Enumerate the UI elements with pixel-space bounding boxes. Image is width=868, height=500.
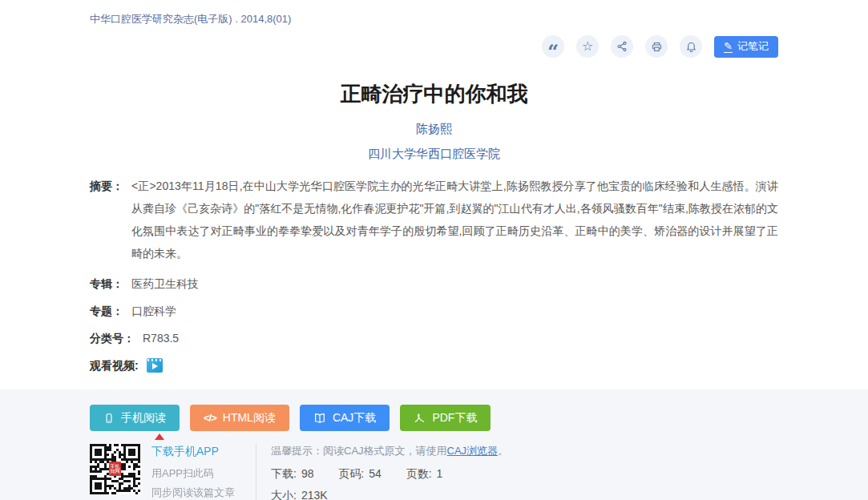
download-buttons: 手机阅读 </> HTML阅读 CAJ下载 PDF下载 [90, 405, 778, 431]
favorite-button[interactable]: ☆ [576, 35, 599, 58]
quote-cite-button[interactable]: “ [542, 35, 564, 58]
classification-value: R783.5 [143, 330, 179, 346]
journal-source-link[interactable]: 中华口腔医学研究杂志(电子版) . 2014,8(01) [90, 12, 778, 26]
html-read-label: HTML阅读 [223, 411, 276, 425]
pdf-download-button[interactable]: PDF下载 [400, 405, 491, 431]
print-button[interactable] [645, 35, 668, 58]
page-count-stat: 页数:1 [406, 467, 443, 480]
star-icon: ☆ [582, 40, 593, 53]
classification-label: 分类号： [90, 330, 135, 346]
app-and-tips-row: 手机 知网 下载手机APP 用APP扫此码 同步阅读该篇文章 温馨提示：阅读CA… [90, 444, 778, 500]
classification-row: 分类号： R783.5 [90, 330, 778, 346]
affiliation-link[interactable]: 四川大学华西口腔医学院 [368, 147, 500, 160]
watch-video-label: 观看视频: [90, 357, 139, 373]
tips-block: 温馨提示：阅读CAJ格式原文，请使用CAJ浏览器。 下载:98 页码:54 页数… [256, 444, 508, 500]
download-app-link[interactable]: 下载手机APP [151, 445, 219, 459]
watch-video-row: 观看视频: [90, 357, 778, 373]
take-notes-button[interactable]: ✎ 记笔记 [714, 36, 778, 58]
share-button[interactable] [611, 35, 633, 58]
html-read-button[interactable]: </> HTML阅读 [190, 405, 289, 431]
caj-viewer-link[interactable]: CAJ浏览器 [447, 445, 499, 457]
page-count-label: 页数: [406, 467, 432, 480]
series-row: 专辑： 医药卫生科技 [90, 276, 778, 292]
file-size-stat: 大小:213K [271, 489, 508, 500]
article-toolbar: “ ☆ ✎ 记笔 [90, 35, 778, 58]
series-label: 专辑： [90, 276, 123, 292]
pencil-icon: ✎ [724, 41, 733, 53]
printer-icon [651, 41, 663, 53]
file-size-label: 大小: [271, 489, 297, 500]
app-hint-line1: 用APP扫此码 [151, 466, 235, 481]
caj-download-button[interactable]: CAJ下载 [300, 405, 390, 431]
affiliation-row: 四川大学华西口腔医学院 [90, 147, 778, 162]
take-notes-label: 记笔记 [737, 39, 769, 54]
topic-row: 专题： 口腔科学 [90, 303, 778, 319]
topic-value: 口腔科学 [131, 303, 176, 319]
caj-tip-line: 温馨提示：阅读CAJ格式原文，请使用CAJ浏览器。 [271, 444, 508, 458]
caj-tip-text: 温馨提示：阅读CAJ格式原文，请使用 [271, 445, 447, 457]
topic-label: 专题： [90, 303, 123, 319]
mobile-read-button[interactable]: 手机阅读 [90, 405, 180, 431]
app-promo-block: 下载手机APP 用APP扫此码 同步阅读该篇文章 [151, 444, 235, 500]
code-icon: </> [204, 412, 216, 424]
abstract-row: 摘要： <正>2013年11月18日,在中山大学光华口腔医学院主办的光华正畸大讲… [90, 175, 778, 264]
download-footer: 手机阅读 </> HTML阅读 CAJ下载 PDF下载 [0, 389, 868, 500]
video-play-icon[interactable] [147, 358, 163, 373]
caj-download-label: CAJ下载 [333, 411, 376, 425]
book-icon [313, 412, 326, 425]
app-hint-line2: 同步阅读该篇文章 [151, 486, 235, 500]
author-row: 陈扬熙 [90, 122, 778, 137]
mobile-read-label: 手机阅读 [121, 411, 166, 425]
qr-seal: 手机 知网 [109, 462, 121, 476]
downloads-stat: 下载:98 [271, 467, 313, 480]
series-value: 医药卫生科技 [131, 276, 199, 292]
share-icon [616, 41, 628, 52]
article-title: 正畸治疗中的你和我 [90, 80, 778, 107]
page-number-stat: 页码:54 [338, 467, 381, 480]
alert-button[interactable] [680, 35, 702, 58]
caj-tip-suffix: 。 [498, 445, 508, 457]
pdf-download-label: PDF下载 [432, 411, 477, 425]
smartphone-icon [103, 413, 115, 424]
downloads-value: 98 [301, 467, 314, 480]
article-content: 中华口腔医学研究杂志(电子版) . 2014,8(01) “ ☆ [0, 0, 868, 389]
page-number-value: 54 [369, 467, 382, 480]
metadata-fields: 摘要： <正>2013年11月18日,在中山大学光华口腔医学院主办的光华正畸大讲… [90, 175, 778, 373]
author-link[interactable]: 陈扬熙 [416, 122, 452, 135]
qr-code: 手机 知网 [90, 444, 140, 494]
page-count-value: 1 [437, 467, 443, 480]
bell-icon [685, 41, 697, 53]
page-number-label: 页码: [338, 467, 364, 480]
downloads-label: 下载: [271, 467, 297, 480]
file-size-value: 213K [301, 489, 328, 500]
article-page: 中华口腔医学研究杂志(电子版) . 2014,8(01) “ ☆ [0, 0, 868, 500]
pdf-acrobat-icon [414, 412, 426, 424]
abstract-text: <正>2013年11月18日,在中山大学光华口腔医学院主办的光华正畸大讲堂上,陈… [131, 175, 778, 264]
stats-line: 下载:98 页码:54 页数:1 [271, 467, 508, 482]
arrow-up-icon [155, 433, 164, 440]
abstract-label: 摘要： [90, 175, 123, 197]
